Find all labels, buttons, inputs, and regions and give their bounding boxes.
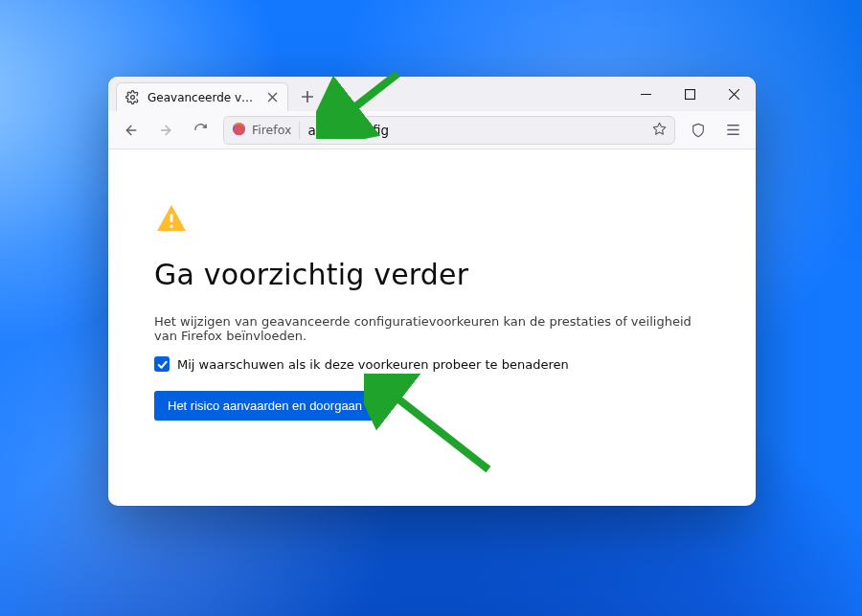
bookmark-star-icon[interactable] [652,122,667,139]
svg-rect-4 [170,214,173,222]
warning-description: Het wijzigen van geavanceerde configurat… [154,314,710,343]
checkbox-icon[interactable] [154,356,170,372]
shield-icon[interactable] [683,115,714,146]
settings-gear-icon [125,90,140,105]
firefox-window: Geavanceerde voorkeuren [108,77,756,506]
toolbar: Firefox [108,111,756,149]
url-input[interactable] [307,123,645,138]
svg-point-0 [130,96,134,100]
new-tab-button[interactable] [294,83,321,110]
page-content: Ga voorzichtig verder Het wijzigen van g… [108,149,756,506]
close-window-button[interactable] [712,77,756,111]
tab-active[interactable]: Geavanceerde voorkeuren [116,82,288,111]
window-controls [624,77,756,111]
warning-icon [154,202,710,240]
warn-checkbox-row[interactable]: Mij waarschuwen als ik deze voorkeuren p… [154,356,710,372]
tab-close-icon[interactable] [264,90,280,105]
accept-risk-button[interactable]: Het risico aanvaarden en doorgaan [154,391,375,421]
tab-title: Geavanceerde voorkeuren [147,91,257,104]
reload-button[interactable] [185,115,216,146]
svg-marker-3 [653,123,666,134]
forward-button[interactable] [150,115,181,146]
svg-point-5 [170,225,173,229]
app-menu-button[interactable] [717,115,748,146]
svg-rect-1 [685,89,694,99]
back-button[interactable] [116,115,147,146]
firefox-icon [232,122,246,139]
checkbox-label: Mij waarschuwen als ik deze voorkeuren p… [177,357,569,372]
page-heading: Ga voorzichtig verder [154,258,710,291]
maximize-button[interactable] [668,77,712,111]
tab-bar: Geavanceerde voorkeuren [108,77,756,111]
identity-box[interactable]: Firefox [232,122,300,139]
identity-label: Firefox [252,123,291,137]
minimize-button[interactable] [624,77,668,111]
address-bar[interactable]: Firefox [223,116,675,145]
